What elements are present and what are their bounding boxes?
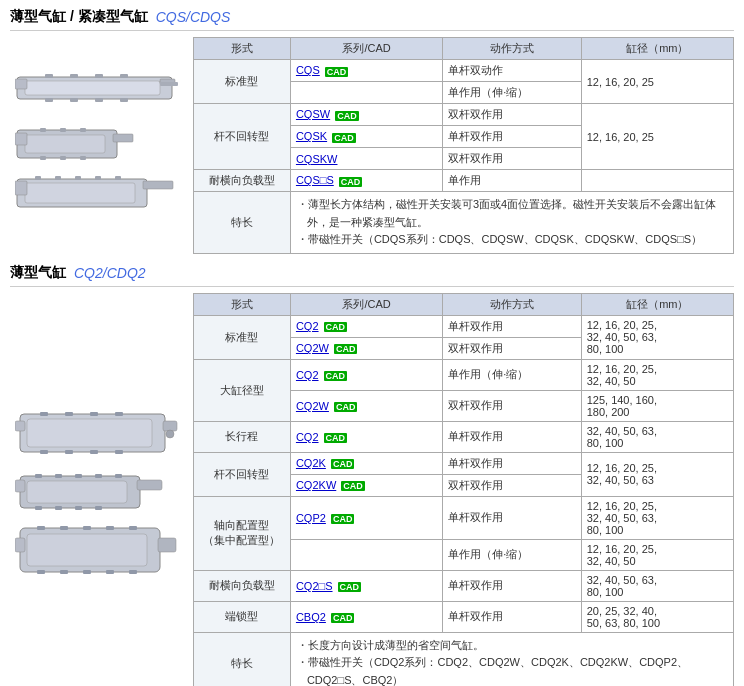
svg-rect-14 [25, 135, 105, 153]
series-cell: CQP2 CAD [290, 496, 442, 539]
cad-badge: CAD [324, 322, 348, 332]
type-cell: 耐横向负载型 [194, 170, 291, 192]
cad-badge: CAD [338, 582, 362, 592]
cqs-section: 薄型气缸 / 紧凑型气缸 CQS/CDQS [10, 8, 734, 254]
feature-text-1: ・长度方向设计成薄型的省空间气缸。 [297, 637, 727, 655]
svg-rect-11 [95, 98, 103, 102]
cqss-link[interactable]: CQS□S [296, 174, 334, 186]
cqsk-link[interactable]: CQSK [296, 130, 327, 142]
svg-rect-3 [160, 82, 178, 86]
cq2-link[interactable]: CQ2 [296, 320, 319, 332]
action-cell: 单杆双作用 [443, 126, 581, 148]
cqskw-link[interactable]: CQSKW [296, 153, 338, 165]
svg-rect-4 [15, 79, 27, 89]
table-row: 杆不回转型 CQ2K CAD 单杆双作用 12, 16, 20, 25, 32,… [194, 452, 734, 474]
svg-rect-59 [27, 534, 147, 566]
bore-cell: 125, 140, 160, 180, 200 [581, 390, 733, 421]
cad-badge: CAD [324, 433, 348, 443]
cq2-images [10, 293, 185, 686]
svg-rect-47 [137, 480, 162, 490]
svg-rect-10 [70, 98, 78, 102]
cbq2-link[interactable]: CBQ2 [296, 611, 326, 623]
series-cell: CBQ2 CAD [290, 601, 442, 632]
cq2kw-link[interactable]: CQ2KW [296, 479, 336, 491]
cqs-img-1 [15, 69, 180, 119]
action-cell: 单杆双作用 [443, 452, 581, 474]
series-cell: CQS CAD [290, 60, 442, 82]
feature-text-1: ・薄型长方体结构，磁性开关安装可3面或4面位置选择。磁性开关安装后不会露出缸体外… [297, 196, 727, 231]
cq2k-link[interactable]: CQ2K [296, 457, 326, 469]
cq2-img-2 [15, 470, 180, 518]
svg-rect-17 [40, 128, 46, 132]
svg-rect-15 [113, 134, 133, 142]
action-cell: 双杆双作用 [443, 337, 581, 359]
action-cell: 单杆双作用 [443, 601, 581, 632]
svg-rect-70 [106, 570, 114, 574]
action-cell: 单杆双作用 [443, 315, 581, 337]
cqs-link[interactable]: CQS [296, 64, 320, 76]
svg-rect-44 [115, 450, 123, 454]
cad-badge: CAD [334, 402, 358, 412]
svg-rect-35 [15, 421, 25, 431]
bore-cell: 12, 16, 20, 25, 32, 40, 50 [581, 359, 733, 390]
cqs-img-3 [15, 171, 180, 221]
table-row: 长行程 CQ2 CAD 单杆双作用 32, 40, 50, 63, 80, 10… [194, 421, 734, 452]
cqs-images [10, 37, 185, 254]
cq2-img-1 [15, 409, 180, 464]
series-cell: CQSKW [290, 148, 442, 170]
series-cell: CQ2 CAD [290, 421, 442, 452]
bore-cell: 32, 40, 50, 63, 80, 100 [581, 421, 733, 452]
cqs-img-2 [15, 125, 180, 165]
svg-rect-20 [40, 156, 46, 160]
cqs-table-wrap: 形式 系列/CAD 动作方式 缸径（mm） 标准型 CQS CAD [193, 37, 734, 254]
svg-rect-62 [37, 526, 45, 530]
cqs-th-series: 系列/CAD [290, 38, 442, 60]
action-cell: 双杆双作用 [443, 474, 581, 496]
cq2w-link2[interactable]: CQ2W [296, 400, 329, 412]
table-row: 标准型 CQ2 CAD 单杆双作用 12, 16, 20, 25, 32, 40… [194, 315, 734, 337]
cq2-link3[interactable]: CQ2 [296, 431, 319, 443]
svg-rect-31 [115, 176, 121, 180]
feature-row: 特长 ・长度方向设计成薄型的省空间气缸。 ・带磁性开关（CDQ2系列：CDQ2、… [194, 632, 734, 686]
cq2-th-bore: 缸径（mm） [581, 293, 733, 315]
bore-cell: 32, 40, 50, 63, 80, 100 [581, 570, 733, 601]
action-cell: 单杆双动作 [443, 60, 581, 82]
feature-text-2: ・带磁性开关（CDQ2系列：CDQ2、CDQ2W、CDQ2K、CDQ2KW、CD… [297, 654, 727, 686]
feature-label: 特长 [194, 632, 291, 686]
bore-cell: 12, 16, 20, 25 [581, 60, 733, 104]
cqs-th-bore: 缸径（mm） [581, 38, 733, 60]
series-cell: CQ2W CAD [290, 390, 442, 421]
action-cell: 单作用（伸·缩） [443, 539, 581, 570]
cq2s-link[interactable]: CQ2□S [296, 580, 333, 592]
svg-rect-40 [115, 412, 123, 416]
series-cell: CQSK CAD [290, 126, 442, 148]
cad-badge: CAD [331, 514, 355, 524]
series-cell [290, 82, 442, 104]
svg-rect-22 [80, 156, 86, 160]
cq2-link2[interactable]: CQ2 [296, 369, 319, 381]
bore-cell: 12, 16, 20, 25, 32, 40, 50 [581, 539, 733, 570]
cad-badge: CAD [339, 177, 363, 187]
cad-badge: CAD [335, 111, 359, 121]
feature-content: ・长度方向设计成薄型的省空间气缸。 ・带磁性开关（CDQ2系列：CDQ2、CDQ… [290, 632, 733, 686]
type-cell: 端锁型 [194, 601, 291, 632]
svg-rect-19 [80, 128, 86, 132]
svg-rect-69 [83, 570, 91, 574]
cq2-section: 薄型气缸 CQ2/CDQ2 [10, 264, 734, 686]
action-cell: 双杆双作用 [443, 104, 581, 126]
cq2-th-type: 形式 [194, 293, 291, 315]
cqsw-link[interactable]: CQSW [296, 108, 330, 120]
cq2-img-3 [15, 524, 180, 579]
svg-rect-49 [35, 474, 42, 478]
bore-cell [581, 170, 733, 192]
cqs-table: 形式 系列/CAD 动作方式 缸径（mm） 标准型 CQS CAD [193, 37, 734, 254]
series-cell: CQ2KW CAD [290, 474, 442, 496]
cad-badge: CAD [331, 459, 355, 469]
cq2w-link[interactable]: CQ2W [296, 342, 329, 354]
svg-rect-33 [27, 419, 152, 447]
cad-badge: CAD [341, 481, 365, 491]
cq2-table-wrap: 形式 系列/CAD 动作方式 缸径（mm） 标准型 CQ2 CAD [193, 293, 734, 686]
svg-rect-28 [55, 176, 61, 180]
svg-rect-48 [15, 480, 25, 492]
cqp2-link[interactable]: CQP2 [296, 512, 326, 524]
